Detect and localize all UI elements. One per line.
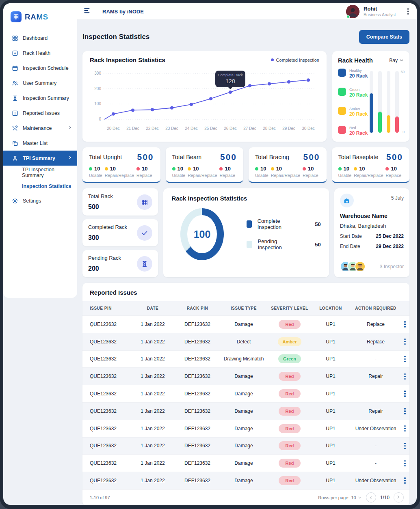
table-row[interactable]: QUE1236321 Jan 2022DEF123632Drawing Mism… (82, 350, 409, 368)
table-title: Reported Issues (82, 283, 409, 301)
severity-badge: Red (279, 441, 301, 450)
svg-text:300: 300 (94, 71, 101, 75)
row-kebab-menu-icon[interactable] (402, 441, 408, 451)
sidebar-menu: Dashboard Rack Health Inspection Schedul… (3, 30, 77, 208)
svg-text:29 Dec: 29 Dec (282, 126, 295, 131)
stat-card-total-bracing: Total Bracing 500 10Usable 10Repair/Repl… (249, 147, 327, 183)
app-window: RAMS Dashboard Rack Health Inspection Sc… (3, 3, 417, 505)
legend-value: 50 (310, 221, 321, 227)
compare-stats-button[interactable]: Compare Stats (359, 30, 409, 44)
svg-text:100: 100 (94, 101, 101, 106)
legend-chip-pending (247, 241, 252, 248)
app-title: RAMS by iNODE (102, 9, 144, 15)
row-kebab-menu-icon[interactable] (402, 476, 408, 485)
legend-chip-complete (247, 220, 252, 228)
alert-square-icon (12, 110, 18, 116)
donut-center-value: 100 (187, 215, 216, 253)
sidebar-item-inspection-summary[interactable]: Inspection Summary (3, 91, 77, 106)
warehouse-card: 5 July Warehouse Name Dhaka, Bangladesh … (334, 188, 409, 277)
sidebar-subitem-tpi-inspection-summary[interactable]: TPI Inspection Summary (3, 166, 77, 179)
sidebar-item-dashboard[interactable]: Dashboard (3, 30, 77, 45)
table-header-row: ISSUE PIN DATE RACK PIN ISSUE TYPE SEVER… (82, 301, 409, 315)
topbar: RAMS by iNODE Rohit Business Analyst (77, 3, 417, 20)
sidebar-item-master-list[interactable]: Master List (3, 136, 77, 151)
warehouse-icon (340, 194, 354, 207)
chevron-left-icon (369, 496, 373, 500)
row-kebab-menu-icon[interactable] (402, 389, 408, 399)
row-kebab-menu-icon[interactable] (402, 319, 408, 329)
row-kebab-menu-icon[interactable] (402, 459, 408, 468)
legend-label: Complete Inspection (258, 218, 292, 230)
sidebar-item-reported-issues[interactable]: Reported Issues (3, 106, 77, 121)
table-row[interactable]: QUE1236321 Jan 2022DEF123632DamageRedUP1… (82, 315, 409, 333)
svg-text:24 Dec: 24 Dec (185, 126, 198, 131)
sidebar-item-tpi-summary[interactable]: TPI Summary (3, 151, 77, 166)
row-kebab-menu-icon[interactable] (402, 424, 408, 434)
col-action-required: ACTION REQUIRED (350, 306, 402, 311)
hamburger-menu-icon[interactable] (84, 7, 91, 15)
sidebar-item-rack-health[interactable]: Rack Health (3, 45, 77, 60)
table-row[interactable]: QUE1236321 Jan 2022DEF123632DefectAmberU… (82, 333, 409, 350)
header-kebab-menu-icon[interactable] (405, 6, 411, 16)
sidebar-item-inspection-schedule[interactable]: Inspection Schedule (3, 60, 77, 75)
line-chart-title: Rack Inspection Statistics (90, 56, 165, 63)
row-kebab-menu-icon[interactable] (402, 354, 408, 364)
sidebar-item-label: Settings (23, 198, 41, 204)
pending-rack-card: Pending Rack 200 (82, 250, 158, 277)
sidebar-subitem-inspection-statistics[interactable]: Inspection Statistics (3, 179, 77, 193)
table-row[interactable]: QUE1236321 Jan 2022DEF123632DamageRedUP1… (82, 402, 409, 420)
rack-health-legend: Healthy20 Rack Green20 Rack Amber20 Rack… (338, 69, 368, 137)
window-frame: RAMS Dashboard Rack Health Inspection Sc… (0, 0, 420, 509)
severity-badge: Red (279, 424, 301, 433)
row-kebab-menu-icon[interactable] (402, 406, 408, 416)
legend-value: 50 (310, 242, 321, 248)
rack-health-bars: 50 0 (370, 71, 404, 133)
table-row[interactable]: QUE1236321 Jan 2022DEF123632DamageRedUP1… (82, 437, 409, 455)
chevron-right-icon (397, 496, 401, 500)
sidebar-subitem-label: TPI Inspection Summary (22, 167, 77, 178)
table-row[interactable]: QUE1236321 Jan 2022DEF123632DamageRedUP1… (82, 367, 409, 385)
col-issue-pin: ISSUE PIN (90, 306, 130, 311)
line-chart-legend: Completed Inspection (271, 58, 319, 63)
rack-health-legend-item: Red20 Rack (338, 126, 368, 136)
stat-card-total-beam: Total Beam 500 10Usable 10Repair/Replace… (166, 147, 244, 183)
sidebar-item-maintenance[interactable]: Maintenance (3, 121, 77, 136)
severity-badge: Red (279, 320, 301, 329)
sidebar-subitem-label: Inspection Statistics (22, 183, 71, 189)
table-body: QUE1236321 Jan 2022DEF123632DamageRedUP1… (82, 315, 409, 489)
severity-badge: Red (279, 389, 301, 398)
stat-card-total-baseplate: Total Baseplate 500 10Usable 10Repair/Re… (332, 147, 410, 183)
hourglass-icon (12, 95, 18, 101)
completed-rack-card: Completed Rack 300 (82, 219, 158, 246)
row-kebab-menu-icon[interactable] (402, 372, 408, 382)
prev-page-button[interactable] (366, 492, 376, 503)
severity-badge: Red (279, 372, 301, 381)
donut-chart: 100 (180, 208, 223, 260)
svg-text:25 Dec: 25 Dec (204, 126, 217, 131)
rack-health-legend-item: Healthy20 Rack (338, 69, 368, 79)
sidebar-item-label: Master List (23, 140, 48, 146)
sidebar-item-label: Rack Health (23, 50, 50, 56)
table-row[interactable]: QUE1236321 Jan 2022DEF123632DamageRedUP1… (82, 472, 409, 489)
tooltip-label: Complete Rack (217, 73, 244, 77)
table-row[interactable]: QUE1236321 Jan 2022DEF123632DamageRedUP1… (82, 420, 409, 437)
legend-dot-icon (271, 58, 274, 61)
sidebar-item-settings[interactable]: Settings (3, 193, 77, 208)
table-row[interactable]: QUE1236321 Jan 2022DEF123632DamageRedUP1… (82, 385, 409, 402)
logo: RAMS (3, 3, 77, 28)
bay-dropdown[interactable]: Bay (389, 58, 404, 63)
sidebar-item-user-summary[interactable]: User Summary (3, 75, 77, 91)
table-row[interactable]: QUE1236321 Jan 2022DEF123632DamageRedUP1… (82, 454, 409, 472)
severity-badge: Red (279, 476, 301, 485)
legend-item-pending: Pending Inspection 50 (247, 238, 321, 250)
bar-track (370, 71, 373, 133)
user-block[interactable]: Rohit Business Analyst (346, 5, 396, 18)
legend-item-complete: Complete Inspection 50 (247, 218, 321, 230)
row-kebab-menu-icon[interactable] (402, 337, 408, 347)
sidebar-item-label: User Summary (23, 80, 56, 86)
end-date-label: End Date (340, 244, 360, 249)
mini-card-value: 200 (88, 265, 121, 272)
next-page-button[interactable] (394, 492, 404, 503)
rows-per-page-select[interactable]: Rows per page: 10 (318, 495, 362, 500)
bar-track (387, 71, 390, 133)
